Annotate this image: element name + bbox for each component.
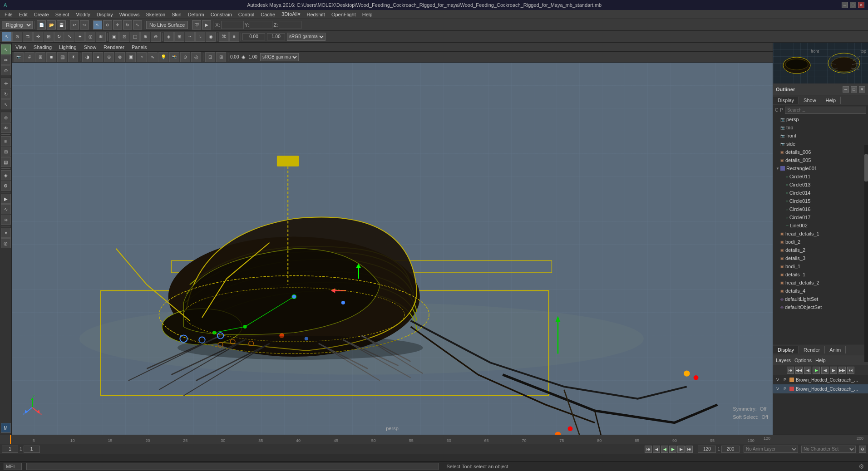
tree-item-circle017[interactable]: ○ Circle017 — [773, 213, 868, 221]
tree-item-details4[interactable]: ▣ details_4 — [773, 287, 868, 295]
panels-menu[interactable]: Panels — [130, 44, 149, 50]
layer-fwd-btn[interactable]: ▶▶ — [838, 367, 846, 374]
lighting-menu[interactable]: Lighting — [57, 44, 79, 50]
menu-item-file[interactable]: File — [2, 11, 15, 18]
range-end-input[interactable] — [698, 446, 716, 453]
viewport-gamma-select[interactable]: sRGB gamma — [260, 53, 299, 61]
hypergraph-btn[interactable]: ⊞ — [1, 147, 11, 157]
outliner-maximize-btn[interactable]: □ — [851, 86, 857, 93]
ring-btn[interactable]: ◫ — [130, 32, 140, 42]
view-menu[interactable]: View — [14, 44, 28, 50]
save-file-button[interactable]: 💾 — [57, 20, 66, 29]
step-fwd-btn[interactable]: ▶ — [677, 446, 685, 453]
rotate-tool-button[interactable]: ↻ — [123, 20, 132, 29]
open-file-button[interactable]: 📂 — [47, 20, 56, 29]
trax-editor-btn[interactable]: ≋ — [1, 215, 11, 225]
poly-select-btn[interactable]: ▣ — [109, 32, 119, 42]
tree-item-default-light-set[interactable]: ◎ defaultLightSet — [773, 295, 868, 303]
tree-item-default-object-set[interactable]: ◎ defaultObjectSet — [773, 303, 868, 311]
tree-item-rectangle001[interactable]: ▼ Rectangle001 — [773, 164, 868, 172]
menu-item-windows[interactable]: Windows — [117, 11, 143, 18]
layer-step-fwd-btn[interactable]: ▶ — [830, 367, 837, 374]
timeline-ruler[interactable]: 5 10 15 20 25 30 35 40 45 50 55 60 65 70… — [0, 435, 868, 444]
show-hide[interactable]: 👁 — [1, 123, 11, 133]
vp-wire-btn[interactable]: ⊞ — [35, 52, 45, 62]
rotate-btn[interactable]: ↻ — [54, 32, 64, 42]
shading-menu[interactable]: Shading — [32, 44, 54, 50]
select-tool-button[interactable]: ↖ — [93, 20, 102, 29]
layer-render-tab[interactable]: Render — [799, 346, 825, 353]
move-tool-left[interactable]: ✛ — [1, 78, 11, 88]
channel-box-btn[interactable]: ▤ — [1, 157, 11, 167]
outliner-tree[interactable]: 📷 persp 📷 top 📷 front 📷 side — [773, 115, 868, 344]
graph-editor-btn[interactable]: ∿ — [1, 204, 11, 214]
menu-item-skin[interactable]: Skin — [169, 11, 184, 18]
vp-frame-all-btn[interactable]: ⊞ — [216, 52, 226, 62]
layer-play-btn[interactable]: ▶ — [813, 367, 820, 374]
outliner-search-input[interactable] — [785, 107, 866, 114]
tree-item-details006[interactable]: ▣ details_006 — [773, 148, 868, 156]
menu-item-openflight[interactable]: OpenFlight — [329, 11, 359, 18]
menu-item-cache[interactable]: Cache — [258, 11, 278, 18]
tree-item-circle013[interactable]: ○ Circle013 — [773, 181, 868, 189]
layer-list[interactable]: V P Brown_Hooded_Cockroach_withFBXASC0 V… — [773, 375, 868, 435]
mel-label[interactable]: MEL — [4, 463, 22, 470]
tree-item-top[interactable]: 📷 top — [773, 123, 868, 132]
play-fwd-btn[interactable]: ▶ — [669, 446, 676, 453]
tree-item-details2[interactable]: ▣ details_2 — [773, 246, 868, 254]
step-back-btn[interactable]: ◀ — [653, 446, 660, 453]
vp-deformers-btn[interactable]: ⊗ — [115, 52, 125, 62]
tree-item-details1[interactable]: ▣ details_1 — [773, 270, 868, 279]
close-button[interactable]: ✕ — [858, 2, 864, 8]
go-to-start-btn[interactable]: ⏮ — [645, 446, 652, 453]
snap-vertex-btn[interactable]: ◈ — [164, 32, 174, 42]
tree-item-details005[interactable]: ▣ details_005 — [773, 156, 868, 164]
front-view-mini[interactable]: front — [773, 43, 821, 83]
lasso-select-button[interactable]: ⊙ — [103, 20, 112, 29]
soft-select[interactable]: ⊕ — [1, 113, 11, 123]
menu-item-modify[interactable]: Modify — [73, 11, 93, 18]
layer-anim-tab[interactable]: Anim — [825, 346, 846, 353]
soft-mod-btn[interactable]: ◎ — [85, 32, 95, 42]
menu-item-constrain[interactable]: Constrain — [208, 11, 235, 18]
menu-item-create[interactable]: Create — [31, 11, 52, 18]
tree-item-circle015[interactable]: ○ Circle015 — [773, 197, 868, 205]
value2-field[interactable] — [267, 33, 285, 40]
select-tool[interactable]: ↖ — [1, 44, 11, 54]
vp-cam2-btn[interactable]: 📸 — [169, 52, 179, 62]
command-input[interactable] — [26, 463, 439, 470]
move-tool-button[interactable]: ✛ — [113, 20, 122, 29]
mode-selector[interactable]: Rigging — [2, 21, 33, 29]
shrink-btn[interactable]: ⊖ — [151, 32, 161, 42]
tree-item-head-details-2[interactable]: ▣ head_details_2 — [773, 279, 868, 287]
current-frame-input[interactable] — [2, 446, 18, 453]
menu-item-help[interactable]: Help — [360, 11, 375, 18]
tree-item-head-details-1[interactable]: ▣ head_details_1 — [773, 230, 868, 238]
menu-item-display[interactable]: Display — [94, 11, 116, 18]
options-option[interactable]: Options — [794, 358, 812, 363]
tree-item-circle014[interactable]: ○ Circle014 — [773, 189, 868, 197]
top-view-mini[interactable]: top — [820, 43, 868, 83]
render-view-btn[interactable]: ◈ — [1, 170, 11, 180]
scale-btn[interactable]: ⤡ — [64, 32, 74, 42]
max-frame-input[interactable] — [721, 446, 740, 453]
new-file-button[interactable]: 📄 — [37, 20, 46, 29]
grow-btn[interactable]: ⊕ — [140, 32, 150, 42]
vp-ik-btn[interactable]: ⊙ — [180, 52, 190, 62]
vp-poly-btn[interactable]: ▣ — [126, 52, 136, 62]
snap-view-btn[interactable]: ◉ — [206, 32, 216, 42]
layer-row-1[interactable]: V P Brown_Hooded_Cockroach_withFBXASC0 — [773, 375, 868, 384]
vp-lights-btn[interactable]: 💡 — [158, 52, 168, 62]
paint-tool[interactable]: ✏ — [1, 55, 11, 65]
menu-item-select[interactable]: Select — [53, 11, 72, 18]
scale-tool-left[interactable]: ⤡ — [1, 99, 11, 109]
vp-cam-btn[interactable]: 📷 — [14, 52, 24, 62]
menu-item-3dtoall-[interactable]: 3DtoAll▾ — [279, 11, 303, 18]
outliner-scrollbar-thumb[interactable] — [864, 154, 868, 182]
tree-item-bodi2[interactable]: ▣ bodi_2 — [773, 238, 868, 246]
snap-surface-btn[interactable]: ≈ — [195, 32, 205, 42]
outliner-minimize-btn[interactable]: ─ — [843, 86, 849, 93]
outliner-left-btn[interactable]: ≡ — [1, 136, 11, 146]
snap-curve-btn[interactable]: ~ — [185, 32, 195, 42]
ipr-btn[interactable]: ▶ — [202, 20, 211, 29]
